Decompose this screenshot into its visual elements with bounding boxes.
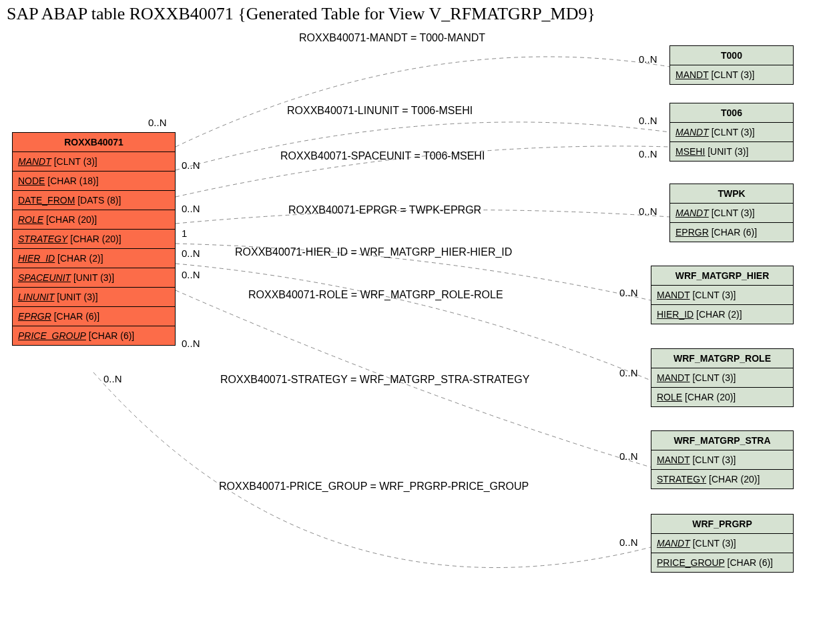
field-name: STRATEGY bbox=[18, 234, 67, 244]
field-type: [CHAR (20)] bbox=[43, 214, 97, 225]
relation-label-4: ROXXB40071-HIER_ID = WRF_MATGRP_HIER-HIE… bbox=[235, 246, 512, 258]
entity-t000: T000 MANDT [CLNT (3)] bbox=[669, 45, 794, 85]
field-name: DATE_FROM bbox=[18, 195, 75, 206]
relation-label-5: ROXXB40071-ROLE = WRF_MATGRP_ROLE-ROLE bbox=[248, 289, 503, 301]
table-row: MANDT [CLNT (3)] bbox=[651, 368, 793, 388]
field-type: [UNIT (3)] bbox=[71, 272, 114, 283]
table-row: PRICE_GROUP [CHAR (6)] bbox=[13, 326, 175, 345]
card-left-6: 0..N bbox=[182, 338, 200, 349]
card-left-3: 1 bbox=[182, 228, 187, 239]
table-row: EPRGR [CHAR (6)] bbox=[670, 223, 793, 242]
field-name: MANDT bbox=[657, 538, 690, 549]
card-left-4: 0..N bbox=[182, 248, 200, 259]
card-right-4: 0..N bbox=[619, 287, 638, 298]
field-type: [CLNT (3)] bbox=[51, 156, 97, 167]
entity-wrf-matgrp-hier: WRF_MATGRP_HIER MANDT [CLNT (3)]HIER_ID … bbox=[651, 266, 794, 324]
field-type: [CLNT (3)] bbox=[690, 290, 736, 300]
table-row: MANDT [CLNT (3)] bbox=[670, 204, 793, 223]
field-type: [CHAR (2)] bbox=[693, 309, 742, 320]
card-left-0: 0..N bbox=[148, 117, 167, 128]
entity-twpk: TWPK MANDT [CLNT (3)]EPRGR [CHAR (6)] bbox=[669, 184, 794, 242]
field-name: EPRGR bbox=[675, 227, 709, 238]
entity-wrf-matgrp-role: WRF_MATGRP_ROLE MANDT [CLNT (3)]ROLE [CH… bbox=[651, 348, 794, 407]
field-type: [CHAR (20)] bbox=[706, 474, 760, 485]
card-left-7: 0..N bbox=[103, 373, 122, 384]
entity-main: ROXXB40071 MANDT [CLNT (3)]NODE [CHAR (1… bbox=[12, 132, 176, 346]
field-name: ROLE bbox=[18, 214, 43, 225]
table-row: MANDT [CLNT (3)] bbox=[670, 65, 793, 84]
card-right-1: 0..N bbox=[639, 115, 657, 126]
table-row: PRICE_GROUP [CHAR (6)] bbox=[651, 553, 793, 572]
card-right-2: 0..N bbox=[639, 148, 657, 159]
field-type: [UNIT (3)] bbox=[54, 292, 97, 302]
field-name: SPACEUNIT bbox=[18, 272, 71, 283]
table-row: EPRGR [CHAR (6)] bbox=[13, 307, 175, 326]
table-row: MSEHI [UNIT (3)] bbox=[670, 142, 793, 161]
card-left-5: 0..N bbox=[182, 269, 200, 280]
table-row: MANDT [CLNT (3)] bbox=[651, 534, 793, 553]
field-name: MANDT bbox=[675, 69, 709, 80]
field-type: [CHAR (2)] bbox=[55, 253, 103, 264]
field-type: [CHAR (6)] bbox=[725, 557, 773, 568]
field-name: NODE bbox=[18, 176, 45, 186]
entity-wrf-matgrp-hier-header: WRF_MATGRP_HIER bbox=[651, 266, 793, 286]
entity-wrf-matgrp-stra-header: WRF_MATGRP_STRA bbox=[651, 431, 793, 450]
card-right-5: 0..N bbox=[619, 367, 638, 378]
field-name: MANDT bbox=[675, 208, 709, 218]
entity-t006: T006 MANDT [CLNT (3)]MSEHI [UNIT (3)] bbox=[669, 103, 794, 162]
entity-t006-header: T006 bbox=[670, 103, 793, 123]
card-left-1: 0..N bbox=[182, 159, 200, 171]
table-row: ROLE [CHAR (20)] bbox=[13, 210, 175, 230]
field-type: [CHAR (6)] bbox=[51, 311, 99, 322]
table-row: MANDT [CLNT (3)] bbox=[651, 450, 793, 470]
entity-main-header: ROXXB40071 bbox=[13, 133, 175, 152]
field-name: MANDT bbox=[18, 156, 51, 167]
field-type: [CLNT (3)] bbox=[709, 127, 755, 137]
table-row: HIER_ID [CHAR (2)] bbox=[651, 305, 793, 324]
table-row: STRATEGY [CHAR (20)] bbox=[651, 470, 793, 489]
table-row: SPACEUNIT [UNIT (3)] bbox=[13, 268, 175, 288]
relation-label-7: ROXXB40071-PRICE_GROUP = WRF_PRGRP-PRICE… bbox=[219, 480, 529, 493]
relation-label-1: ROXXB40071-LINUNIT = T006-MSEHI bbox=[287, 105, 473, 117]
entity-wrf-matgrp-stra: WRF_MATGRP_STRA MANDT [CLNT (3)]STRATEGY… bbox=[651, 430, 794, 489]
table-row: MANDT [CLNT (3)] bbox=[13, 152, 175, 172]
table-row: MANDT [CLNT (3)] bbox=[670, 123, 793, 142]
field-name: MANDT bbox=[657, 454, 690, 465]
relation-label-3: ROXXB40071-EPRGR = TWPK-EPRGR bbox=[288, 204, 481, 216]
field-name: MANDT bbox=[657, 372, 690, 383]
table-row: DATE_FROM [DATS (8)] bbox=[13, 191, 175, 210]
field-name: PRICE_GROUP bbox=[657, 557, 725, 568]
entity-t000-header: T000 bbox=[670, 46, 793, 65]
card-right-3: 0..N bbox=[639, 206, 657, 217]
entity-wrf-prgrp-header: WRF_PRGRP bbox=[651, 515, 793, 534]
page-title: SAP ABAP table ROXXB40071 {Generated Tab… bbox=[7, 4, 595, 24]
field-name: EPRGR bbox=[18, 311, 51, 322]
field-name: ROLE bbox=[657, 392, 682, 402]
field-type: [UNIT (3)] bbox=[705, 146, 748, 157]
field-name: MANDT bbox=[675, 127, 709, 137]
table-row: ROLE [CHAR (20)] bbox=[651, 388, 793, 406]
field-type: [DATS (8)] bbox=[75, 195, 121, 206]
field-type: [CLNT (3)] bbox=[690, 372, 736, 383]
entity-wrf-matgrp-role-header: WRF_MATGRP_ROLE bbox=[651, 349, 793, 368]
relation-label-2: ROXXB40071-SPACEUNIT = T006-MSEHI bbox=[280, 150, 485, 162]
relation-label-0: ROXXB40071-MANDT = T000-MANDT bbox=[299, 32, 485, 44]
field-name: HIER_ID bbox=[18, 253, 55, 264]
field-type: [CHAR (20)] bbox=[682, 392, 736, 402]
field-name: HIER_ID bbox=[657, 309, 693, 320]
field-type: [CLNT (3)] bbox=[709, 69, 755, 80]
field-name: PRICE_GROUP bbox=[18, 330, 86, 341]
field-type: [CLNT (3)] bbox=[709, 208, 755, 218]
card-right-7: 0..N bbox=[619, 537, 638, 548]
table-row: LINUNIT [UNIT (3)] bbox=[13, 288, 175, 307]
table-row: NODE [CHAR (18)] bbox=[13, 172, 175, 191]
table-row: HIER_ID [CHAR (2)] bbox=[13, 249, 175, 268]
field-name: STRATEGY bbox=[657, 474, 706, 485]
entity-twpk-header: TWPK bbox=[670, 184, 793, 204]
relation-label-6: ROXXB40071-STRATEGY = WRF_MATGRP_STRA-ST… bbox=[220, 374, 529, 386]
field-type: [CHAR (6)] bbox=[86, 330, 134, 341]
field-type: [CHAR (20)] bbox=[67, 234, 121, 244]
table-row: STRATEGY [CHAR (20)] bbox=[13, 230, 175, 249]
field-type: [CHAR (18)] bbox=[45, 176, 98, 186]
card-left-2: 0..N bbox=[182, 203, 200, 214]
